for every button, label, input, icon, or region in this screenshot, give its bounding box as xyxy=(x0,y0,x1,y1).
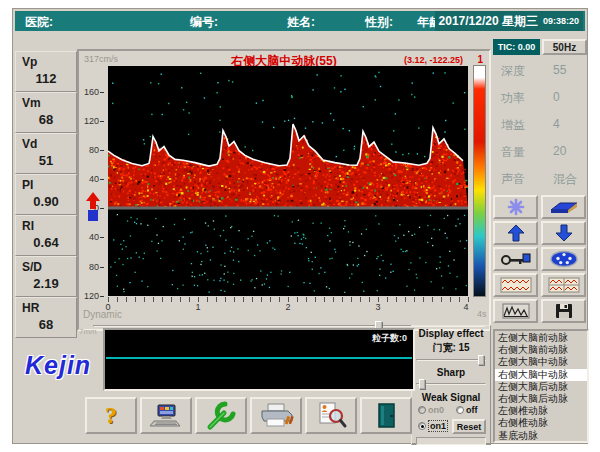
artery-item[interactable]: 左侧大脑后动脉 xyxy=(495,381,587,393)
display-effect-panel: Display effect 门宽: 15 Sharp Weak Signal … xyxy=(411,325,491,445)
particle-count-label: 粒子数:0 xyxy=(372,332,407,345)
radio-on1[interactable]: on1 xyxy=(418,420,448,432)
date-text: 2017/12/20 星期三 xyxy=(439,13,538,30)
quad-view-button[interactable] xyxy=(541,273,586,297)
y-tick: 40 xyxy=(79,232,104,242)
artery-item[interactable]: 左侧椎动脉 xyxy=(495,405,587,417)
print-button[interactable] xyxy=(250,397,302,434)
envelope-button[interactable] xyxy=(493,299,538,323)
probe-button[interactable] xyxy=(493,247,538,271)
artery-item[interactable]: 右侧大脑前动脉 xyxy=(495,344,587,356)
radio-on0[interactable]: on0 xyxy=(418,405,444,415)
mmode-display[interactable]: 粒子数:0 xyxy=(103,328,415,391)
cursor-coordinates: (3.12, -122.25) xyxy=(404,55,463,65)
datetime-display: 2017/12/20 星期三 09:38:20 xyxy=(435,11,583,31)
eraser-icon xyxy=(547,198,581,216)
x-tick: 4 xyxy=(463,302,468,312)
measure-pi: PI0.90 xyxy=(15,174,77,215)
vd-value: 51 xyxy=(16,153,76,168)
brand-logo: Kejin xyxy=(25,351,91,380)
artery-item[interactable]: 右侧椎动脉 xyxy=(495,417,587,429)
reset-label: Reset xyxy=(457,422,482,432)
tic-value: TIC: 0.00 xyxy=(498,42,536,52)
help-button[interactable]: ? xyxy=(85,397,137,434)
y-tick: 80 xyxy=(79,145,104,155)
measure-vm: Vm68 xyxy=(15,92,77,133)
record-search-button[interactable] xyxy=(305,397,357,434)
patient-name-label: 姓名: xyxy=(287,14,315,31)
artery-item[interactable]: 右侧大脑后动脉 xyxy=(495,393,587,405)
arrow-down-icon xyxy=(547,224,581,242)
x-tick: 3 xyxy=(375,302,380,312)
mmode-scale-label: 7mm xyxy=(79,327,97,336)
vm-label: Vm xyxy=(22,96,41,110)
pi-value: 0.90 xyxy=(16,194,76,209)
patient-input-button[interactable] xyxy=(140,397,192,434)
param-volume: 音量20 xyxy=(495,142,587,162)
gate-width-slider[interactable] xyxy=(416,355,486,365)
volume-value: 20 xyxy=(553,144,566,158)
setup-button[interactable] xyxy=(195,397,247,434)
measure-hr: HR68 xyxy=(15,297,77,338)
spectrogram-canvas[interactable] xyxy=(108,66,468,296)
gate-width-label: 门宽: xyxy=(432,342,455,353)
artery-item[interactable]: 左侧大脑中动脉 xyxy=(495,356,587,368)
tic-display: TIC: 0.00 xyxy=(493,39,540,55)
sound-value: 混合 xyxy=(553,171,577,188)
artery-item[interactable]: 基底动脉 xyxy=(495,430,587,442)
gain-value: 4 xyxy=(553,117,560,131)
y-tick: 160 xyxy=(79,87,104,97)
vp-label: Vp xyxy=(22,55,37,69)
y-tick: 80 xyxy=(79,262,104,272)
radio-off[interactable]: off xyxy=(456,405,478,415)
pi-label: PI xyxy=(22,178,33,192)
artery-item-selected[interactable]: 右侧大脑中动脉 xyxy=(495,369,587,381)
erase-button[interactable] xyxy=(541,195,586,219)
param-depth: 深度55 xyxy=(495,61,587,81)
reset-button[interactable]: Reset xyxy=(452,419,486,434)
sharp-slider[interactable] xyxy=(416,379,486,389)
radio-off-label: off xyxy=(466,405,478,415)
scroll-up-button[interactable] xyxy=(493,221,538,245)
weak-signal-label: Weak Signal xyxy=(412,392,490,403)
param-sound: 声音混合 xyxy=(495,169,587,189)
sound-label: 声音 xyxy=(501,171,525,188)
exit-door-icon xyxy=(366,401,406,431)
key-icon xyxy=(499,250,533,268)
x-tick: 2 xyxy=(285,302,290,312)
gate-slider-thumb[interactable] xyxy=(478,355,484,365)
y-tick: 120 xyxy=(79,116,104,126)
sd-value: 2.19 xyxy=(16,276,76,291)
freeze-button[interactable] xyxy=(493,195,538,219)
exit-button[interactable] xyxy=(360,397,412,434)
mmode-depth-line xyxy=(106,357,412,359)
vd-label: Vd xyxy=(22,137,37,151)
record-search-icon xyxy=(311,401,351,431)
artery-item[interactable]: 左侧大脑前动脉 xyxy=(495,332,587,344)
hospital-label: 医院: xyxy=(25,14,53,31)
envelope-icon xyxy=(499,302,533,320)
save-button[interactable] xyxy=(541,299,586,323)
cine-reel-icon xyxy=(547,250,581,268)
vm-value: 68 xyxy=(16,112,76,127)
ri-value: 0.64 xyxy=(16,235,76,250)
vp-value: 112 xyxy=(16,71,76,86)
sharp-slider-thumb[interactable] xyxy=(419,379,425,389)
duration-label: 4s xyxy=(477,309,487,319)
frequency-button[interactable]: 50Hz xyxy=(542,39,587,55)
depth-value: 55 xyxy=(553,63,566,77)
depth-label: 深度 xyxy=(501,63,525,80)
sharp-label: Sharp xyxy=(412,367,490,378)
single-view-button[interactable] xyxy=(493,273,538,297)
gate-width-value: 15 xyxy=(459,342,470,353)
help-icon: ? xyxy=(105,402,117,429)
printer-icon xyxy=(256,401,296,431)
x-tick: 1 xyxy=(195,302,200,312)
arrow-up-icon xyxy=(499,224,533,242)
computer-icon xyxy=(146,401,186,431)
dynamic-mode-label: Dynamic xyxy=(83,309,122,320)
time-text: 09:38:20 xyxy=(543,16,579,26)
radio-on1-label: on1 xyxy=(428,420,448,432)
scroll-down-button[interactable] xyxy=(541,221,586,245)
cine-loop-button[interactable] xyxy=(541,247,586,271)
